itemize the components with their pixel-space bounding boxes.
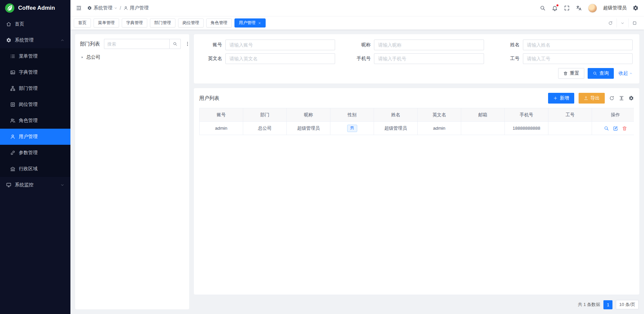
department-list-title: 部门列表 [80,41,100,47]
user-name[interactable]: 超级管理员 [603,5,627,11]
coffee-leaf-icon [5,3,15,13]
tab-post-management[interactable]: 岗位管理 [178,18,204,27]
phone-input[interactable] [374,53,484,64]
work-area: 账号 昵称 姓名 英文名 [194,34,639,309]
cell-nickname: 超级管理员 [287,122,330,135]
edit-row-icon[interactable] [613,126,618,131]
cell-job-number [548,122,592,135]
row-density-icon[interactable] [619,96,624,101]
search-icon [593,71,597,76]
fullscreen-icon[interactable] [564,5,570,11]
search-icon[interactable] [540,5,546,11]
collapse-filters-link[interactable]: 收起 [619,70,633,76]
tab-bar-tools [604,18,641,27]
cell-account: admin [200,122,243,135]
col-department: 部门 [243,108,287,122]
tab-options-chevron-icon[interactable] [616,18,628,27]
page-content: 部门列表 总公司 账号 [70,29,644,314]
column-settings-gear-icon[interactable] [629,96,634,101]
query-button[interactable]: 查询 [588,68,614,79]
cell-department: 总公司 [243,122,287,135]
sidebar-item-label: 菜单管理 [19,53,38,59]
sidebar-item-label: 系统管理 [15,37,34,43]
reset-button[interactable]: 重置 [558,68,584,79]
name-input[interactable] [523,40,633,50]
breadcrumb-user-management[interactable]: 用户管理 [123,5,149,11]
tab-menu-management[interactable]: 菜单管理 [94,18,119,27]
settings-gear-icon[interactable] [633,5,639,11]
search-form-card: 账号 昵称 姓名 英文名 [194,34,639,83]
add-user-button[interactable]: 新增 [548,93,574,104]
tab-role-management[interactable]: 角色管理 [206,18,232,27]
account-input[interactable] [225,40,335,50]
gear-icon [87,6,92,10]
tab-dict-management[interactable]: 字典管理 [122,18,147,27]
breadcrumb-separator: / [120,5,121,11]
view-row-icon[interactable] [604,126,609,131]
user-list-header: 用户列表 新增 导出 [199,93,634,104]
department-search-button[interactable] [169,39,181,49]
cell-gender: 男 [330,122,374,135]
table-header-row: 账号 部门 昵称 性别 姓名 英文名 邮箱 手机号 工号 生日 [200,108,634,122]
cell-actions [597,122,634,135]
cell-english-name: admin [418,122,461,135]
search-form-grid: 账号 昵称 姓名 英文名 [201,40,633,64]
tab-close-icon[interactable] [258,21,261,25]
users-icon [10,118,15,123]
english-name-input[interactable] [225,53,335,64]
col-email: 邮箱 [461,108,505,122]
caret-right-icon[interactable] [80,56,84,59]
notification-bell-icon[interactable] [552,5,558,11]
maximize-icon[interactable] [628,18,641,27]
sidebar-item-dept-management[interactable]: 部门管理 [0,80,70,97]
export-icon [584,96,588,101]
nickname-input[interactable] [374,40,484,50]
tab-user-management[interactable]: 用户管理 [234,18,266,27]
sidebar-item-home[interactable]: 首页 [0,16,70,32]
page-number-button[interactable]: 1 [603,300,612,309]
department-tree-root[interactable]: 总公司 [80,54,184,61]
sidebar-item-user-management[interactable]: 用户管理 [0,129,70,145]
page-size-select[interactable]: 10 条/页 [616,300,639,309]
dictionary-icon [10,70,15,75]
table-row[interactable]: admin 总公司 超级管理员 男 超级管理员 admin 1888888888… [200,122,634,135]
phone-label: 手机号 [349,56,371,62]
sidebar-item-system-monitor[interactable]: 系统监控 [0,177,70,193]
header-actions: 超级管理员 [540,4,639,13]
gear-icon [6,38,11,43]
user-table-scroll-container[interactable]: 账号 部门 昵称 性别 姓名 英文名 邮箱 手机号 工号 生日 [199,108,634,295]
sidebar-item-admin-region[interactable]: 行政区域 [0,161,70,177]
sidebar: Coffee Admin 首页 系统管理 菜单管理 字典管理 [0,0,70,314]
col-actions: 操作 [597,108,634,122]
link-icon [10,150,15,155]
sidebar-item-role-management[interactable]: 角色管理 [0,113,70,129]
refresh-icon[interactable] [604,18,616,27]
export-button[interactable]: 导出 [579,93,605,104]
delete-row-icon[interactable] [622,126,627,131]
sidebar-item-dict-management[interactable]: 字典管理 [0,64,70,80]
sidebar-item-system-management[interactable]: 系统管理 [0,32,70,48]
sidebar-item-label: 首页 [15,21,24,27]
translate-icon[interactable] [576,5,582,11]
sidebar-item-label: 角色管理 [19,118,38,124]
refresh-table-icon[interactable] [609,96,614,101]
breadcrumb-system-management[interactable]: 系统管理 [87,5,117,11]
col-account: 账号 [200,108,243,122]
sidebar-item-label: 系统监控 [15,182,34,188]
department-more-icon[interactable] [185,41,190,47]
user-avatar[interactable] [588,4,597,13]
cell-phone: 18888888888 [505,122,548,135]
sidebar-item-param-management[interactable]: 参数管理 [0,145,70,161]
breadcrumb-label: 系统管理 [94,5,112,11]
tab-home[interactable]: 首页 [74,18,91,27]
collapse-sidebar-icon[interactable] [76,5,82,11]
sidebar-item-post-management[interactable]: 岗位管理 [0,97,70,113]
user-table: 账号 部门 昵称 性别 姓名 英文名 邮箱 手机号 工号 生日 [199,108,634,135]
tab-dept-management[interactable]: 部门管理 [150,18,175,27]
main-area: 系统管理 / 用户管理 超级管理员 [70,0,644,314]
department-search-input[interactable] [104,39,169,49]
sidebar-item-label: 用户管理 [19,134,38,140]
sidebar-item-menu-management[interactable]: 菜单管理 [0,48,70,64]
job-number-input[interactable] [523,53,633,64]
user-list-card: 用户列表 新增 导出 [194,88,639,295]
